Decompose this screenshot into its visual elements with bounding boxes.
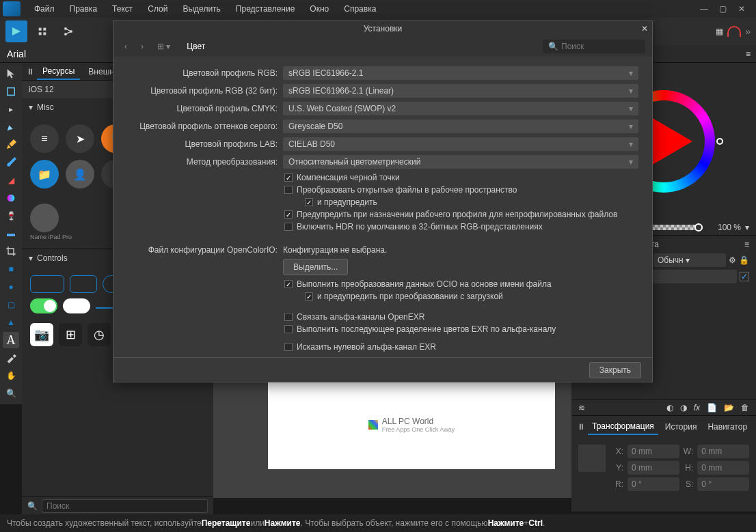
tab-navigator[interactable]: Навигатор: [703, 419, 751, 434]
font-selector[interactable]: Arial: [7, 48, 26, 59]
folder-icon[interactable]: 📂: [724, 403, 734, 412]
place-image-tool-icon[interactable]: ▬: [3, 225, 19, 242]
artboard-tool-icon[interactable]: [3, 83, 19, 100]
checkbox-ocio-transform[interactable]: [284, 280, 293, 288]
pref-grey-dropdown[interactable]: Greyscale D50▾: [283, 120, 638, 133]
pref-cmyk-dropdown[interactable]: U.S. Web Coated (SWOP) v2▾: [283, 102, 638, 115]
arrange-icon[interactable]: ▦: [716, 27, 723, 36]
menu-layer[interactable]: Слой: [141, 1, 174, 16]
pref-rgb-dropdown[interactable]: sRGB IEC61966-2.1▾: [283, 66, 638, 80]
control-outline-square[interactable]: [70, 275, 97, 293]
persona-pixel-icon[interactable]: [31, 20, 53, 42]
asset-device-ipad[interactable]: [30, 204, 59, 232]
y-input[interactable]: 0 mm: [627, 461, 679, 475]
gear-icon[interactable]: ⚙: [729, 255, 736, 265]
s-input[interactable]: 0 °: [697, 477, 749, 491]
persona-designer-icon[interactable]: [5, 20, 27, 42]
tab-transform[interactable]: Трансформация: [588, 419, 658, 435]
tab-assets[interactable]: Ресурсы: [37, 64, 80, 80]
pref-lab-dropdown[interactable]: CIELAB D50▾: [283, 137, 638, 151]
menu-select[interactable]: Выделить: [176, 1, 227, 16]
pencil-tool-icon[interactable]: [3, 137, 19, 153]
eyedropper-tool-icon[interactable]: [3, 350, 19, 366]
zoom-tool-icon[interactable]: 🔍: [3, 385, 19, 402]
menu-view[interactable]: Представление: [229, 1, 302, 16]
checkbox-exr-split[interactable]: [284, 325, 293, 333]
control-outline-rect[interactable]: [30, 275, 64, 293]
prefs-close-icon[interactable]: ✕: [641, 24, 648, 33]
checkbox-bpc[interactable]: [284, 173, 293, 182]
text-tool-icon[interactable]: A: [3, 332, 19, 348]
asset-list-icon[interactable]: ≡: [30, 124, 59, 153]
move-tool-icon[interactable]: [3, 66, 19, 82]
fill-tool-icon[interactable]: ◢: [3, 172, 19, 188]
menu-window[interactable]: Окно: [303, 1, 336, 16]
slider-handle-icon[interactable]: [694, 223, 703, 232]
assets-search-input[interactable]: [42, 499, 208, 513]
snapping-magnet-icon[interactable]: [727, 26, 741, 37]
prefs-forward-icon[interactable]: ›: [137, 40, 148, 53]
rectangle-tool-icon[interactable]: ■: [3, 261, 19, 277]
gradient-tool-icon[interactable]: [3, 190, 19, 206]
pref-rgb32-dropdown[interactable]: sRGB IEC61966-2.1 (Linear)▾: [283, 84, 638, 98]
menu-help[interactable]: Справка: [337, 1, 383, 16]
maximize-icon[interactable]: ▢: [719, 4, 729, 14]
checkbox-convert[interactable]: [284, 186, 293, 194]
layers-icon[interactable]: ≋: [578, 403, 585, 412]
checkbox-exr-zero[interactable]: [284, 343, 293, 351]
more-toolbar-icon[interactable]: »: [745, 26, 751, 37]
close-icon[interactable]: ✕: [738, 4, 748, 14]
control-toggle-on[interactable]: [30, 298, 57, 313]
control-calculator[interactable]: ⊞: [59, 323, 82, 346]
checkbox-warn[interactable]: [305, 198, 313, 206]
h-input[interactable]: 0 mm: [697, 461, 749, 475]
x-input[interactable]: 0 mm: [627, 445, 679, 458]
rounded-rect-tool-icon[interactable]: ▢: [3, 296, 19, 313]
panel-menu-icon[interactable]: ≡: [746, 49, 751, 59]
style-weight[interactable]: Обычн ▾: [653, 253, 726, 267]
minimize-icon[interactable]: —: [700, 4, 710, 14]
crop-tool-icon[interactable]: [3, 243, 19, 260]
ocio-select-button[interactable]: Выделить...: [283, 259, 348, 275]
panel-pin-icon[interactable]: ⏸: [26, 67, 34, 76]
control-timer[interactable]: ◷: [87, 323, 111, 346]
lock-icon[interactable]: 🔒: [739, 255, 749, 265]
fx-icon[interactable]: fx: [694, 403, 700, 412]
asset-archive-icon[interactable]: 📁: [30, 160, 59, 188]
color-triangle-icon[interactable]: [651, 117, 692, 165]
add-layer-icon[interactable]: 📄: [707, 403, 717, 412]
checkbox-exr-alpha[interactable]: [284, 313, 293, 321]
asset-location-icon[interactable]: ➤: [66, 124, 94, 153]
node-tool-icon[interactable]: ▸: [3, 101, 19, 117]
checkbox-ocio-warn[interactable]: [305, 292, 313, 300]
w-input[interactable]: 0 mm: [697, 445, 749, 458]
control-camera[interactable]: 📷: [30, 323, 53, 346]
opacity-value[interactable]: 100 %: [707, 223, 741, 232]
delete-layer-icon[interactable]: 🗑: [741, 403, 749, 412]
transparency-tool-icon[interactable]: 🍷: [3, 208, 19, 224]
hand-tool-icon[interactable]: ✋: [3, 367, 19, 384]
tab-history[interactable]: История: [661, 419, 701, 434]
mask-icon[interactable]: ◐: [666, 403, 673, 412]
style-checkbox[interactable]: ✓: [740, 272, 749, 281]
panel-menu-icon[interactable]: ≡: [744, 240, 749, 249]
anchor-selector[interactable]: [578, 445, 606, 472]
prefs-search[interactable]: 🔍 Поиск: [543, 40, 645, 53]
checkbox-warn-assign[interactable]: [284, 210, 293, 219]
pen-tool-icon[interactable]: [3, 119, 19, 135]
chevron-down-icon[interactable]: ▾: [745, 223, 749, 232]
adjustment-icon[interactable]: ◑: [680, 403, 687, 412]
persona-export-icon[interactable]: [57, 20, 79, 42]
panel-pin-icon[interactable]: ⏸: [577, 422, 585, 432]
menu-edit[interactable]: Правка: [63, 1, 105, 16]
checkbox-hdr[interactable]: [284, 223, 293, 231]
pref-intent-dropdown[interactable]: Относительный цветометрический▾: [283, 155, 638, 169]
r-input[interactable]: 0 °: [627, 477, 679, 491]
canvas-document[interactable]: ALL PC World Free Apps One Click Away: [268, 380, 555, 469]
prefs-back-icon[interactable]: ‹: [120, 40, 131, 53]
prefs-close-button[interactable]: Закрыть: [589, 362, 641, 378]
brush-tool-icon[interactable]: [3, 154, 19, 171]
menu-text[interactable]: Текст: [105, 1, 139, 16]
hue-handle-icon[interactable]: [716, 138, 723, 145]
triangle-tool-icon[interactable]: ▲: [3, 314, 19, 331]
